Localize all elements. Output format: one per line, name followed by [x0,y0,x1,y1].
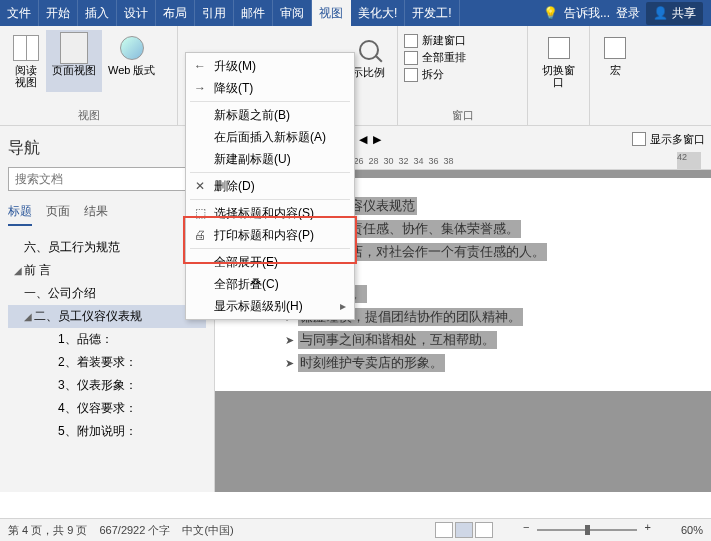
caret-down-icon: ◢ [24,311,34,322]
ctx-expand-all-label: 全部展开(E) [214,254,278,271]
ctx-select-content[interactable]: ⬚选择标题和内容(S) [186,202,354,224]
macro-button[interactable]: 宏 [596,30,634,80]
multi-window-icon [632,132,646,146]
macro-icon [604,37,626,59]
arrow-right-icon: → [192,80,208,96]
login-button[interactable]: 登录 [616,5,640,22]
share-label: 共享 [672,5,696,22]
delete-icon: ✕ [192,178,208,194]
ctx-new-after-label: 在后面插入新标题(A) [214,129,326,146]
arrow-left-icon: ← [192,58,208,74]
new-window-button[interactable]: 新建窗口 [404,32,466,49]
menu-view[interactable]: 视图 [312,0,351,26]
bullet-icon: ➤ [285,334,294,347]
ctx-select-content-label: 选择标题和内容(S) [214,205,314,222]
show-multi-window[interactable]: 显示多窗口 [650,132,705,147]
ctx-new-sub[interactable]: 新建副标题(U) [186,148,354,170]
ctx-demote-label: 降级(T) [214,80,253,97]
language-status[interactable]: 中文(中国) [182,523,233,538]
tree-item[interactable]: 六、员工行为规范 [8,236,206,259]
switch-window-icon [548,37,570,59]
menu-home[interactable]: 开始 [39,0,78,26]
menu-developer[interactable]: 开发工! [405,0,459,26]
nav-tree: 六、员工行为规范 ◢前 言 一、公司介绍 ◢二、员工仪容仪表规 1、品德： 2、… [8,236,206,484]
ctx-new-before[interactable]: 新标题之前(B) [186,104,354,126]
web-view-icon [120,36,144,60]
arrange-all-button[interactable]: 全部重排 [404,49,466,66]
new-window-icon [404,34,418,48]
word-count[interactable]: 667/2922 个字 [99,523,170,538]
ruler-tick: 42 [677,152,687,162]
doc-text: 卖店，对社会作一个有责任感的人。 [335,243,547,261]
share-button[interactable]: 👤 共享 [646,2,703,25]
menu-file[interactable]: 文件 [0,0,39,26]
menu-review[interactable]: 审阅 [273,0,312,26]
nav-tab-pages[interactable]: 页面 [46,203,70,226]
tab-next-button[interactable]: ▶ [373,133,381,146]
menu-insert[interactable]: 插入 [78,0,117,26]
menu-references[interactable]: 引用 [195,0,234,26]
tree-item[interactable]: 3、仪表形象： [8,374,206,397]
caret-down-icon: ◢ [14,265,24,276]
zoom-thumb[interactable] [585,525,590,535]
arrange-all-label: 全部重排 [422,50,466,65]
tree-item[interactable]: 一、公司介绍 [8,282,206,305]
nav-tab-headings[interactable]: 标题 [8,203,32,226]
page-count[interactable]: 第 4 页，共 9 页 [8,523,87,538]
menu-beautify[interactable]: 美化大! [351,0,405,26]
ctx-promote[interactable]: ←升级(M) [186,55,354,77]
ctx-collapse-all[interactable]: 全部折叠(C) [186,273,354,295]
ribbon-macro-group: 宏 [590,26,640,125]
ctx-demote[interactable]: →降级(T) [186,77,354,99]
ctx-show-levels-label: 显示标题级别(H) [214,298,303,315]
window-group-label: 窗口 [398,108,527,123]
reading-view-button[interactable]: 阅读 视图 [6,30,46,92]
ctx-show-levels[interactable]: 显示标题级别(H)▸ [186,295,354,317]
ctx-new-after[interactable]: 在后面插入新标题(A) [186,126,354,148]
page-view-label: 页面视图 [52,64,96,76]
arrange-all-icon [404,51,418,65]
read-mode-button[interactable] [435,522,453,538]
reading-view-icon [13,35,39,61]
ctx-new-sub-label: 新建副标题(U) [214,151,291,168]
menu-design[interactable]: 设计 [117,0,156,26]
ribbon-window-group: 新建窗口 全部重排 拆分 窗口 [398,26,528,125]
web-layout-button[interactable] [475,522,493,538]
zoom-icon [359,40,379,60]
web-view-button[interactable]: Web 版式 [102,30,161,92]
macro-label: 宏 [610,64,621,76]
switch-window-button[interactable]: 切换窗口 [534,30,583,92]
page-view-button[interactable]: 页面视图 [46,30,102,92]
split-button[interactable]: 拆分 [404,66,466,83]
tree-item-selected[interactable]: ◢二、员工仪容仪表规 [8,305,206,328]
menu-layout[interactable]: 布局 [156,0,195,26]
chevron-right-icon: ▸ [340,299,346,313]
tell-me[interactable]: 告诉我... [564,5,610,22]
page-view-icon [60,32,88,64]
split-icon [404,68,418,82]
nav-context-menu: ←升级(M) →降级(T) 新标题之前(B) 在后面插入新标题(A) 新建副标题… [185,52,355,320]
doc-text: 时刻维护专卖店的形象。 [298,354,445,372]
bullet-icon: ➤ [285,357,294,370]
tab-prev-button[interactable]: ◀ [359,133,367,146]
ctx-promote-label: 升级(M) [214,58,256,75]
ctx-new-before-label: 新标题之前(B) [214,107,290,124]
tree-item[interactable]: 4、仪容要求： [8,397,206,420]
menu-mailings[interactable]: 邮件 [234,0,273,26]
nav-search-input[interactable] [8,167,206,191]
ctx-print-content[interactable]: 🖨打印标题和内容(P) [186,224,354,246]
tree-item[interactable]: 1、品德： [8,328,206,351]
zoom-slider[interactable] [537,529,637,531]
tree-item[interactable]: 2、着装要求： [8,351,206,374]
tree-item[interactable]: ◢前 言 [8,259,206,282]
ctx-collapse-all-label: 全部折叠(C) [214,276,279,293]
tree-item[interactable]: 5、附加说明： [8,420,206,443]
ctx-expand-all[interactable]: 全部展开(E) [186,251,354,273]
lightbulb-icon: 💡 [543,6,558,20]
navigation-pane: 导航 🔍 标题 页面 结果 六、员工行为规范 ◢前 言 一、公司介绍 ◢二、员工… [0,126,215,492]
nav-tab-results[interactable]: 结果 [84,203,108,226]
print-layout-button[interactable] [455,522,473,538]
zoom-percent[interactable]: 60% [681,524,703,536]
ctx-delete[interactable]: ✕删除(D) [186,175,354,197]
ctx-delete-label: 删除(D) [214,178,255,195]
